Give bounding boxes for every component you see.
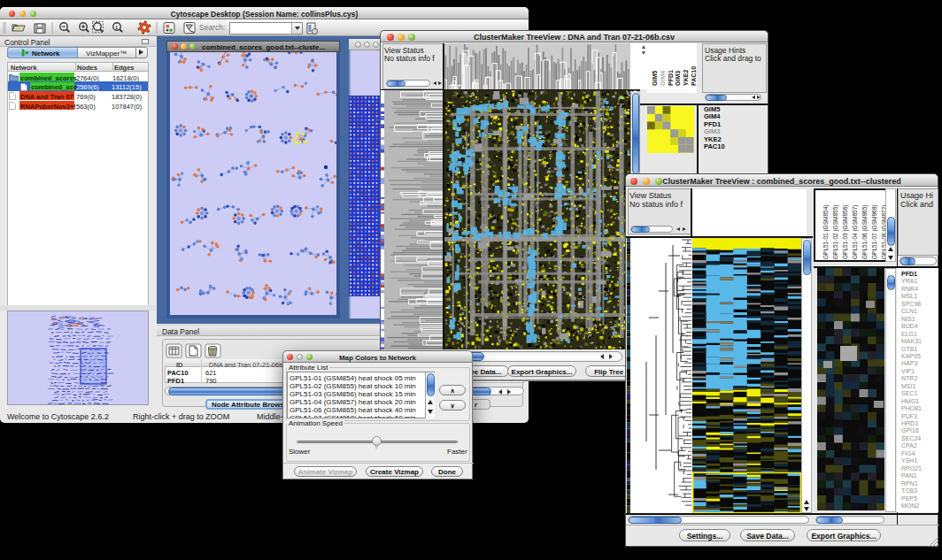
- svg-text:1: 1: [115, 25, 118, 30]
